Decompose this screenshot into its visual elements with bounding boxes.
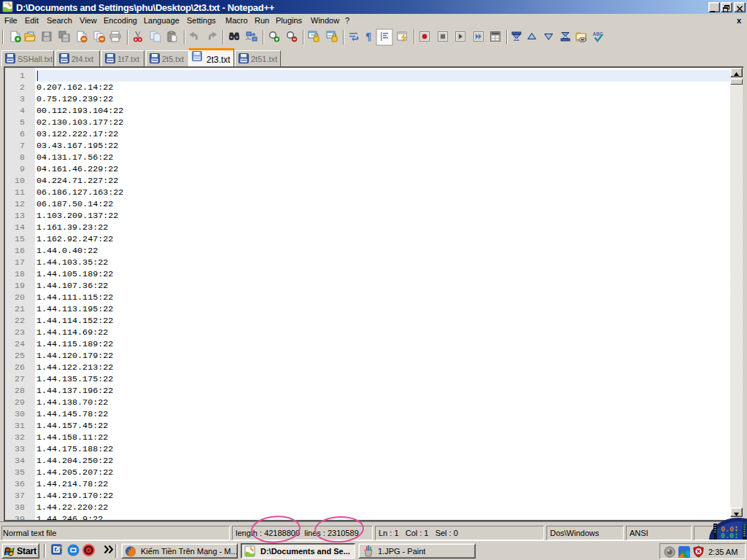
svg-text:0.0: 0.0 bbox=[721, 532, 734, 540]
